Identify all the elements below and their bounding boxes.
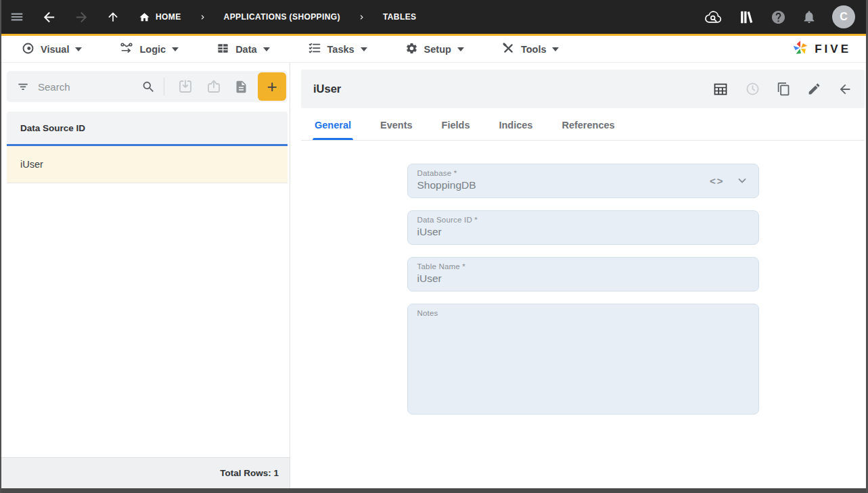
content-area: + Data Source ID iUser Total Rows: 1 iUs… (1, 63, 866, 488)
cloud-search-icon[interactable] (704, 8, 723, 26)
page-title: iUser (313, 83, 341, 95)
visibility-icon (22, 42, 35, 57)
records-list: Data Source ID iUser (7, 112, 288, 183)
menu-label: Tasks (327, 44, 355, 55)
data-source-id-field[interactable]: Data Source ID * iUser (407, 210, 759, 245)
caret-down-icon (263, 47, 270, 51)
list-item-iuser[interactable]: iUser (7, 146, 288, 183)
search-input[interactable] (38, 81, 141, 93)
breadcrumb-home[interactable]: HOME (139, 11, 181, 23)
forward-icon[interactable] (74, 9, 89, 25)
chevron-right-icon (357, 13, 366, 22)
tab-references[interactable]: References (559, 120, 616, 140)
menu-logic[interactable]: Logic (120, 41, 179, 57)
brand-logo: FIVE (792, 39, 866, 60)
filter-icon[interactable] (16, 80, 30, 93)
caret-down-icon (361, 47, 367, 51)
import-icon[interactable] (177, 78, 193, 95)
menu-visual[interactable]: Visual (22, 42, 82, 57)
notes-label: Notes (417, 309, 749, 317)
home-icon (139, 11, 150, 23)
brand-wordmark: FIVE (815, 43, 851, 56)
logic-flow-icon (120, 41, 133, 57)
avatar[interactable]: C (832, 5, 855, 28)
window-bottom-border (1, 488, 866, 493)
detail-header: iUser (301, 70, 865, 108)
menu-icon[interactable] (9, 9, 24, 24)
tools-icon (502, 42, 515, 57)
search-bar: + (7, 71, 288, 102)
app-window: HOME APPLICATIONS (SHOPPING) TABLES (0, 0, 868, 493)
breadcrumb-tables[interactable]: TABLES (383, 12, 417, 22)
pencil-icon[interactable] (807, 82, 821, 96)
general-form: Database * ShoppingDB <> Data Source ID … (301, 141, 865, 415)
tab-general[interactable]: General (313, 120, 353, 140)
topbar: HOME APPLICATIONS (SHOPPING) TABLES (1, 0, 866, 34)
data-source-id-value: iUser (417, 226, 749, 239)
tab-indices[interactable]: Indices (497, 120, 534, 140)
caret-down-icon (552, 47, 559, 51)
help-icon[interactable] (771, 9, 786, 25)
menu-setup[interactable]: Setup (405, 42, 464, 57)
menu-label: Data (235, 44, 256, 55)
data-grid-icon (216, 42, 229, 57)
bell-icon[interactable] (802, 9, 817, 24)
caret-down-icon (75, 47, 82, 51)
table-name-label: Table Name * (417, 262, 749, 271)
add-record-button[interactable]: + (258, 72, 286, 101)
library-icon[interactable] (738, 9, 755, 26)
task-list-icon (308, 41, 321, 57)
breadcrumb-label: TABLES (383, 12, 417, 22)
tab-bar: General Events Fields Indices References (301, 108, 865, 141)
menu-label: Visual (41, 44, 69, 55)
menu-tasks[interactable]: Tasks (308, 41, 367, 57)
chevron-right-icon (198, 13, 207, 22)
document-icon[interactable] (234, 80, 248, 94)
data-source-id-label: Data Source ID * (417, 216, 749, 224)
tab-fields[interactable]: Fields (440, 120, 472, 140)
total-rows-footer: Total Rows: 1 (1, 457, 290, 488)
database-value: ShoppingDB (417, 179, 710, 192)
notes-value (417, 319, 749, 332)
code-icon[interactable]: <> (710, 175, 725, 187)
gear-icon (405, 42, 418, 57)
detail-panel: iUser (290, 63, 866, 488)
table-name-field[interactable]: Table Name * iUser (407, 257, 759, 291)
divider (164, 78, 164, 95)
copy-icon[interactable] (777, 82, 791, 96)
breadcrumb-applications[interactable]: APPLICATIONS (SHOPPING) (224, 12, 340, 22)
database-label: Database * (417, 169, 710, 177)
breadcrumb: HOME APPLICATIONS (SHOPPING) TABLES (139, 11, 416, 23)
breadcrumb-label: APPLICATIONS (SHOPPING) (224, 12, 340, 22)
menu-label: Logic (139, 44, 166, 55)
menubar: Visual Logic Data (1, 36, 866, 63)
menu-label: Setup (424, 44, 451, 55)
arrow-left-icon[interactable] (838, 82, 852, 97)
back-icon[interactable] (41, 9, 57, 25)
left-panel: + Data Source ID iUser Total Rows: 1 (1, 63, 290, 488)
list-column-header[interactable]: Data Source ID (7, 112, 288, 146)
search-icon[interactable] (141, 80, 156, 94)
table-grid-icon[interactable] (712, 81, 729, 97)
pinwheel-logo-icon (792, 39, 809, 60)
database-field[interactable]: Database * ShoppingDB <> (407, 164, 759, 198)
export-icon[interactable] (206, 78, 222, 95)
notes-field[interactable]: Notes (407, 304, 759, 415)
menu-tools[interactable]: Tools (502, 42, 559, 57)
up-icon[interactable] (106, 10, 120, 24)
caret-down-icon (457, 47, 464, 51)
chevron-down-icon[interactable] (735, 174, 749, 187)
breadcrumb-label: HOME (156, 12, 181, 22)
table-name-value: iUser (417, 273, 749, 285)
caret-down-icon (172, 47, 179, 51)
clock-icon[interactable] (745, 81, 760, 97)
menu-data[interactable]: Data (216, 42, 269, 57)
menu-label: Tools (521, 44, 547, 55)
tab-events[interactable]: Events (378, 120, 415, 140)
